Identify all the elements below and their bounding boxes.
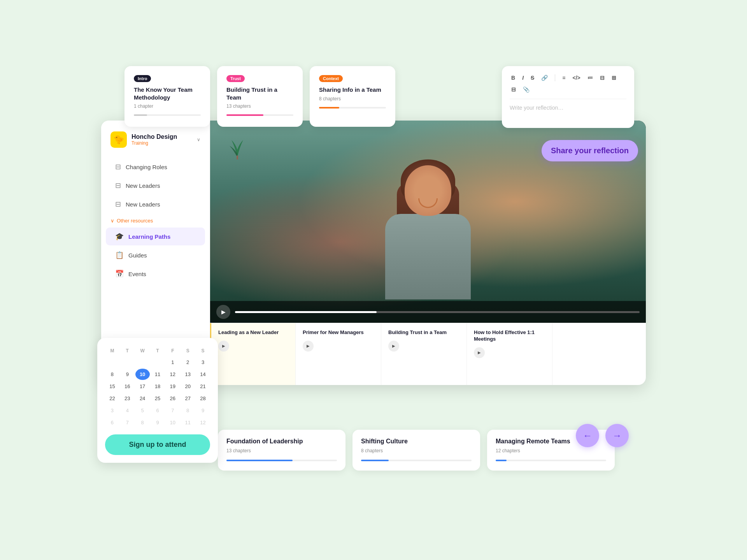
cal-day[interactable]: 18 — [151, 381, 165, 392]
cal-day-dim[interactable]: 10 — [165, 417, 180, 428]
video-card-3[interactable]: Building Trust in a Team ▶ — [381, 323, 467, 385]
video-card-2[interactable]: Primer for New Managers ▶ — [296, 323, 381, 385]
reflection-input-placeholder[interactable]: Write your reflection… — [510, 105, 626, 120]
toolbar-indent[interactable]: ⊞ — [610, 74, 618, 82]
other-resources-section[interactable]: ∨ Other resources — [101, 215, 210, 227]
card-context-progress-fill — [319, 107, 339, 108]
video-card-2-title: Primer for New Managers — [303, 329, 374, 336]
sidebar-item-label: Guides — [128, 252, 147, 259]
share-reflection-bubble[interactable]: Share your reflection — [542, 140, 638, 161]
cal-day[interactable]: 12 — [165, 369, 180, 380]
cal-day-dim[interactable]: 5 — [135, 405, 150, 416]
cal-day[interactable] — [105, 357, 119, 368]
cal-day[interactable]: 23 — [120, 393, 135, 404]
chapter-card-1[interactable]: Foundation of Leadership 13 chapters — [218, 430, 345, 471]
toolbar-attach[interactable]: 📎 — [521, 86, 531, 93]
chapter-card-2-fill — [361, 460, 389, 461]
cal-day-dim[interactable]: 6 — [151, 405, 165, 416]
sidebar-header[interactable]: 🐤 Honcho Design Training ∨ — [101, 131, 210, 157]
cal-day[interactable]: 20 — [181, 381, 195, 392]
cal-day-today[interactable]: 10 — [135, 369, 150, 380]
cal-day-dim[interactable]: 11 — [181, 417, 195, 428]
cal-day-dim[interactable]: 8 — [135, 417, 150, 428]
cal-day[interactable]: 16 — [120, 381, 135, 392]
cal-day-dim[interactable]: 7 — [120, 417, 135, 428]
cal-day[interactable]: 21 — [196, 381, 210, 392]
cal-day[interactable]: 22 — [105, 393, 119, 404]
cal-day[interactable]: 27 — [181, 393, 195, 404]
cal-day[interactable]: 14 — [196, 369, 210, 380]
cal-day[interactable]: 26 — [165, 393, 180, 404]
signup-button[interactable]: Sign up to attend — [105, 434, 210, 455]
video-card-3-play[interactable]: ▶ — [388, 341, 399, 352]
sidebar-item-guides[interactable]: 📋 Guides — [106, 246, 205, 264]
cal-day-dim[interactable]: 12 — [196, 417, 210, 428]
card-trust-chapters: 13 chapters — [226, 103, 293, 109]
video-card-2-play[interactable]: ▶ — [303, 341, 314, 352]
toolbar-list-ul[interactable]: ≔ — [586, 74, 594, 82]
cal-day[interactable]: 13 — [181, 369, 195, 380]
video-controls[interactable]: ▶ — [210, 301, 646, 323]
cal-day[interactable]: 25 — [151, 393, 165, 404]
video-card-1[interactable]: Leading as a New Leader ▶ — [210, 323, 296, 385]
toolbar-list-ol[interactable]: ⊟ — [598, 74, 606, 82]
cal-day[interactable] — [135, 357, 150, 368]
video-card-4-play[interactable]: ▶ — [474, 347, 485, 358]
cal-day-dim[interactable]: 9 — [196, 405, 210, 416]
sidebar-item-changing-roles[interactable]: ⊟ Changing Roles — [106, 158, 205, 176]
toolbar-code[interactable]: </> — [571, 74, 582, 82]
sidebar-item-events[interactable]: 📅 Events — [106, 265, 205, 283]
cal-day-dim[interactable]: 6 — [105, 417, 119, 428]
video-card-1-play[interactable]: ▶ — [218, 341, 229, 352]
reflection-toolbar: B I S 🔗 ≡ </> ≔ ⊟ ⊞ ⊟ 📎 — [510, 74, 626, 99]
sidebar-item-new-leaders-2[interactable]: ⊟ New Leaders — [106, 195, 205, 213]
carousel-previous-button[interactable]: ← — [576, 424, 599, 447]
sidebar-item-new-leaders-1[interactable]: ⊟ New Leaders — [106, 177, 205, 194]
cal-day[interactable]: 24 — [135, 393, 150, 404]
plant-decoration — [226, 128, 249, 161]
cal-day[interactable]: 17 — [135, 381, 150, 392]
cal-day-dim[interactable]: 3 — [105, 405, 119, 416]
course-card-intro[interactable]: Intro The Know Your Team Methodology 1 c… — [124, 66, 210, 127]
toolbar-strikethrough[interactable]: S — [529, 74, 536, 82]
cal-day[interactable]: 9 — [120, 369, 135, 380]
chapter-card-2-count: 8 chapters — [361, 448, 472, 453]
cal-day[interactable] — [120, 357, 135, 368]
video-play-button[interactable]: ▶ — [216, 305, 230, 319]
cal-day[interactable]: 19 — [165, 381, 180, 392]
cal-day[interactable]: 3 — [196, 357, 210, 368]
cal-day[interactable]: 1 — [165, 357, 180, 368]
chapter-card-2[interactable]: Shifting Culture 8 chapters — [352, 430, 480, 471]
toolbar-link[interactable]: 🔗 — [540, 74, 549, 82]
svg-rect-0 — [237, 156, 238, 159]
cal-day[interactable] — [151, 357, 165, 368]
cal-day[interactable]: 11 — [151, 369, 165, 380]
course-card-context[interactable]: Context Sharing Info in a Team 8 chapter… — [310, 66, 395, 127]
card-trust-progress-fill — [226, 114, 263, 116]
video-card-4[interactable]: How to Hold Effective 1:1 Meetings ▶ — [467, 323, 552, 385]
carousel-next-button[interactable]: → — [605, 424, 629, 447]
section-label-text: Other resources — [117, 218, 153, 224]
cal-day[interactable]: 8 — [105, 369, 119, 380]
toolbar-italic[interactable]: I — [521, 74, 525, 82]
cal-day[interactable]: 2 — [181, 357, 195, 368]
cal-day-dim[interactable]: 4 — [120, 405, 135, 416]
learning-paths-icon: 🎓 — [115, 232, 124, 241]
cal-day-dim[interactable]: 7 — [165, 405, 180, 416]
course-card-trust[interactable]: Trust Building Trust in a Team 13 chapte… — [217, 66, 303, 127]
toolbar-block[interactable]: ≡ — [561, 74, 567, 82]
cal-day[interactable]: 15 — [105, 381, 119, 392]
new-leaders-2-icon: ⊟ — [115, 200, 121, 208]
video-progress-bar[interactable] — [235, 311, 640, 313]
video-player[interactable]: Share your reflection ▶ — [210, 121, 646, 323]
cal-day-dim[interactable]: 8 — [181, 405, 195, 416]
card-context-progress — [319, 107, 386, 108]
toolbar-outdent[interactable]: ⊟ — [510, 86, 517, 93]
sidebar-item-learning-paths[interactable]: 🎓 Learning Paths — [106, 228, 205, 245]
cal-header-s2: S — [196, 346, 210, 356]
toolbar-bold[interactable]: B — [510, 74, 517, 82]
chevron-down-icon[interactable]: ∨ — [197, 137, 200, 142]
cal-day-dim[interactable]: 9 — [151, 417, 165, 428]
cal-day[interactable]: 28 — [196, 393, 210, 404]
share-bubble-text: Share your reflection — [551, 146, 629, 155]
